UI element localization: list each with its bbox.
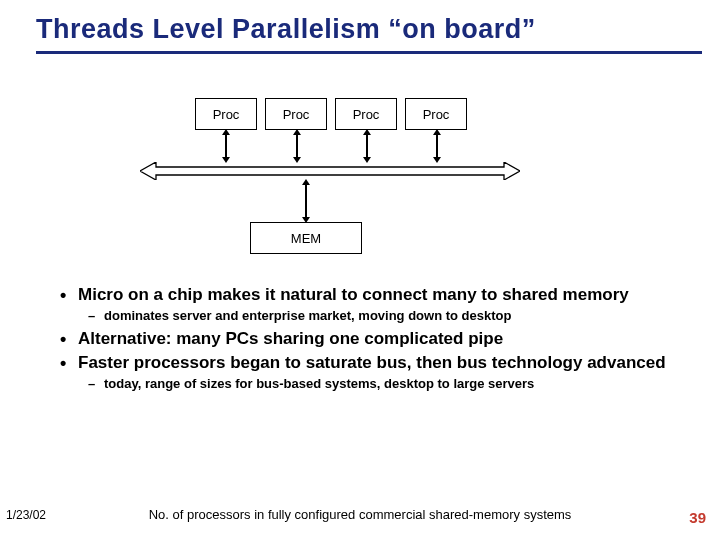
bullet-3-sub-1: today, range of sizes for bus-based syst… <box>60 376 694 392</box>
svg-marker-0 <box>140 162 520 180</box>
proc-box-2: Proc <box>335 98 397 130</box>
bullet-2: Alternative: many PCs sharing one compli… <box>60 328 694 349</box>
arrow-proc1-bus <box>296 134 298 158</box>
architecture-diagram: Proc Proc Proc Proc MEM <box>0 54 720 284</box>
bullet-1: Micro on a chip makes it natural to conn… <box>60 284 694 305</box>
shared-bus <box>140 162 520 180</box>
bullet-3: Faster processors began to saturate bus,… <box>60 352 694 373</box>
arrow-proc3-bus <box>436 134 438 158</box>
slide-title: Threads Level Parallelism “on board” <box>0 0 720 51</box>
bullet-list: Micro on a chip makes it natural to conn… <box>0 284 720 392</box>
proc-box-1: Proc <box>265 98 327 130</box>
footer-caption: No. of processors in fully configured co… <box>0 507 720 522</box>
page-number: 39 <box>689 509 706 526</box>
proc-box-0: Proc <box>195 98 257 130</box>
memory-box: MEM <box>250 222 362 254</box>
arrow-proc0-bus <box>225 134 227 158</box>
proc-box-3: Proc <box>405 98 467 130</box>
bullet-1-sub-1: dominates server and enterprise market, … <box>60 308 694 324</box>
processor-row: Proc Proc Proc Proc <box>0 98 720 130</box>
arrow-bus-mem <box>305 184 307 218</box>
arrow-proc2-bus <box>366 134 368 158</box>
